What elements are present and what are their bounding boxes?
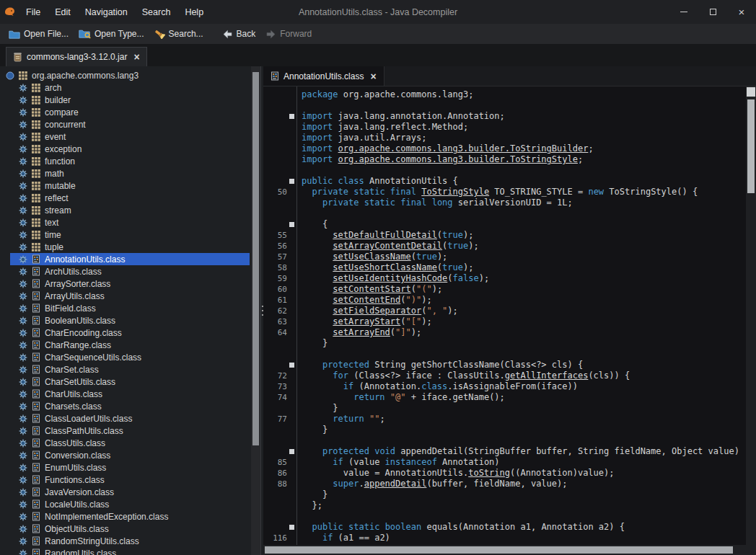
menu-file[interactable]: File [19, 0, 48, 24]
code-link[interactable]: setUseIdentityHashCode [333, 273, 447, 283]
tree-item-text[interactable]: text [0, 216, 251, 228]
close-button[interactable]: × [727, 0, 756, 24]
tree-item-archutils[interactable]: ArchUtils.class [0, 265, 251, 278]
editor-vertical-scrollbar[interactable] [746, 86, 756, 545]
code-view[interactable]: package org.apache.commons.lang3;import … [263, 86, 746, 545]
tree-root[interactable]: org.apache.commons.lang3 [0, 69, 251, 81]
toolbar-open-type-button[interactable]: Open Type... [74, 27, 149, 41]
code-link[interactable]: setUseShortClassName [333, 262, 437, 272]
tree-item-arraysorter[interactable]: ArraySorter.class [0, 278, 251, 290]
toolbar-open-file-button[interactable]: Open File... [4, 27, 74, 41]
tree-item-charsetutils[interactable]: CharSetUtils.class [0, 376, 251, 388]
toolbar-search-button[interactable]: Search... [149, 27, 208, 41]
tree-item-randomutils[interactable]: RandomUtils.class [0, 547, 251, 555]
scrollbar-button[interactable] [747, 87, 755, 97]
code-token: org.apache.commons.lang3; [338, 89, 474, 99]
tree-item-concurrent[interactable]: concurrent [0, 118, 251, 130]
tree-item-annotationutils[interactable]: AnnotationUtils.class [0, 253, 251, 265]
jar-tab-close-icon[interactable]: × [133, 52, 139, 62]
code-token: "@" [390, 392, 406, 402]
code-line: 61 setContentEnd(")"); [263, 295, 746, 306]
fold-marker-icon[interactable] [289, 363, 294, 368]
code-link[interactable]: setContentStart [333, 284, 410, 294]
tree-item-charrange[interactable]: CharRange.class [0, 339, 251, 351]
tree-item-randomstringutils[interactable]: RandomStringUtils.class [0, 535, 251, 547]
open-type-icon [79, 29, 91, 39]
tree-scrollbar[interactable] [251, 66, 260, 555]
code-link[interactable]: setArrayEnd [333, 327, 390, 337]
tree-item-javaversion[interactable]: JavaVersion.class [0, 486, 251, 498]
minimize-button[interactable] [669, 0, 698, 24]
tree-item-time[interactable]: time [0, 228, 251, 241]
tree-item-charset[interactable]: CharSet.class [0, 363, 251, 376]
fold-marker-icon[interactable] [289, 222, 294, 227]
code-link[interactable]: setFieldSeparator [333, 306, 421, 316]
tree-item-classpathutils[interactable]: ClassPathUtils.class [0, 425, 251, 437]
tree-item-conversion[interactable]: Conversion.class [0, 449, 251, 461]
tree-item-exception[interactable]: exception [0, 143, 251, 155]
editor-horizontal-scrollbar[interactable] [263, 545, 756, 555]
code-link[interactable]: org.apache.commons.lang3.builder.ToStrin… [338, 154, 578, 164]
tree-item-mutable[interactable]: mutable [0, 179, 251, 192]
code-token: boolean [385, 522, 422, 532]
tree-item-classutils[interactable]: ClassUtils.class [0, 437, 251, 449]
toolbar-forward-button[interactable]: Forward [260, 27, 317, 41]
menu-navigation[interactable]: Navigation [78, 0, 135, 24]
code-link[interactable]: toString [468, 468, 510, 478]
tree-item-objectutils[interactable]: ObjectUtils.class [0, 523, 251, 535]
menu-search[interactable]: Search [135, 0, 178, 24]
tree-item-tuple[interactable]: tuple [0, 241, 251, 253]
tree-scrollbar-thumb[interactable] [252, 72, 259, 445]
toolbar-back-button[interactable]: Back [217, 27, 261, 41]
tree-item-functions[interactable]: Functions.class [0, 474, 251, 486]
tree-item-charsequenceutils[interactable]: CharSequenceUtils.class [0, 351, 251, 363]
tree-item-classloaderutils[interactable]: ClassLoaderUtils.class [0, 412, 251, 425]
tree-item-function[interactable]: function [0, 155, 251, 167]
tree-item-reflect[interactable]: reflect [0, 192, 251, 204]
line-number [263, 197, 296, 208]
tree-item-charsets[interactable]: Charsets.class [0, 400, 251, 412]
fold-marker-icon[interactable] [289, 449, 294, 454]
jar-tab[interactable]: commons-lang3-3.12.0.jar × [6, 47, 147, 66]
tree-item-bitfield[interactable]: BitField.class [0, 302, 251, 314]
code-link[interactable]: getAllInterfaces [505, 370, 589, 381]
code-link[interactable]: setDefaultFullDetail [333, 230, 437, 240]
tree-item-charencoding[interactable]: CharEncoding.class [0, 327, 251, 339]
code-link[interactable]: setContentEnd [333, 295, 400, 305]
fold-marker-icon[interactable] [289, 179, 294, 184]
tree-item-charutils[interactable]: CharUtils.class [0, 388, 251, 400]
tree-item-enumutils[interactable]: EnumUtils.class [0, 461, 251, 474]
tree-item-event[interactable]: event [0, 130, 251, 143]
tree-item-arrayutils[interactable]: ArrayUtils.class [0, 290, 251, 302]
code-link[interactable]: ToStringStyle [421, 187, 489, 197]
line-number: 64 [263, 327, 296, 338]
tree-item-math[interactable]: math [0, 167, 251, 179]
tree-item-label: math [45, 169, 64, 179]
tree-item-notimplementedexception[interactable]: NotImplementedException.class [0, 510, 251, 523]
tree-item-booleanutils[interactable]: BooleanUtils.class [0, 314, 251, 327]
tree-item-localeutils[interactable]: LocaleUtils.class [0, 498, 251, 510]
code-line: 59 setUseIdentityHashCode(false); [263, 273, 746, 284]
code-link[interactable]: appendDetail [364, 479, 427, 489]
vertical-scrollbar-thumb[interactable] [747, 99, 755, 193]
code-token: static [353, 187, 384, 197]
code-link[interactable]: setUseClassName [333, 252, 410, 262]
code-token: } [302, 489, 328, 500]
horizontal-scrollbar-thumb[interactable] [265, 546, 733, 554]
gear-icon [17, 463, 29, 472]
tree-item-arch[interactable]: arch [0, 81, 251, 94]
editor-tab-close-icon[interactable]: × [370, 71, 376, 81]
tree-item-label: RandomStringUtils.class [45, 536, 139, 546]
code-link[interactable]: setArrayContentDetail [333, 241, 442, 251]
editor-tab[interactable]: AnnotationUtils.class × [263, 66, 384, 86]
menu-edit[interactable]: Edit [48, 0, 78, 24]
tree-item-builder[interactable]: builder [0, 94, 251, 106]
code-link[interactable]: setArrayStart [333, 316, 400, 327]
menu-help[interactable]: Help [177, 0, 211, 24]
tree-item-compare[interactable]: compare [0, 106, 251, 118]
tree-item-stream[interactable]: stream [0, 204, 251, 216]
fold-marker-icon[interactable] [289, 525, 294, 530]
maximize-button[interactable] [698, 0, 727, 24]
fold-marker-icon[interactable] [289, 114, 294, 119]
code-link[interactable]: org.apache.commons.lang3.builder.ToStrin… [338, 143, 589, 154]
